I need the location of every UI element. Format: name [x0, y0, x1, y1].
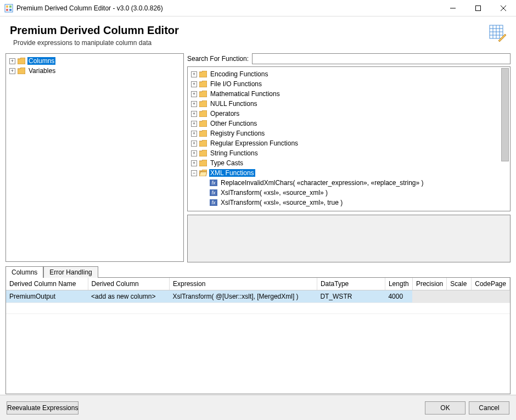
tabs-row: Columns Error Handling: [5, 266, 511, 278]
cancel-button[interactable]: Cancel: [469, 401, 509, 415]
window-title: Premium Derived Column Editor - v3.0 (3.…: [16, 4, 440, 12]
columns-variables-tree[interactable]: Columns Variables: [5, 53, 184, 262]
expand-icon[interactable]: [191, 81, 197, 87]
col-header[interactable]: Precision: [412, 278, 446, 290]
tree-label: Type Casts: [209, 159, 244, 167]
tree-item[interactable]: Type Casts: [190, 158, 508, 168]
header: Premium Derived Column Editor Provide ex…: [0, 16, 516, 51]
expand-icon[interactable]: [191, 150, 197, 156]
cell-scale: [447, 290, 472, 303]
function-item[interactable]: fxReplaceInvalidXmlChars( «character_exp…: [190, 178, 508, 188]
tree-item[interactable]: File I/O Functions: [190, 79, 508, 89]
expand-icon[interactable]: [191, 131, 197, 137]
tree-item[interactable]: Operators: [190, 109, 508, 119]
function-label: XslTransform( «xsl», «source_xml», true …: [220, 199, 344, 206]
function-label: XslTransform( «xsl», «source_xml» ): [220, 189, 329, 197]
cell-derived[interactable]: <add as new column>: [88, 290, 169, 303]
expand-icon[interactable]: [191, 111, 197, 117]
columns-grid[interactable]: Derived Column Name Derived Column Expre…: [5, 278, 511, 394]
tree-label: File I/O Functions: [209, 80, 263, 88]
folder-icon: [199, 150, 207, 156]
tree-item[interactable]: Mathematical Functions: [190, 89, 508, 99]
expand-icon[interactable]: [9, 58, 15, 64]
tree-label: Registry Functions: [209, 130, 266, 137]
svg-rect-2: [9, 5, 12, 8]
tree-item[interactable]: Registry Functions: [190, 128, 508, 138]
folder-icon: [199, 91, 207, 97]
fx-icon: fx: [210, 199, 217, 206]
tree-item[interactable]: Encoding Functions: [190, 69, 508, 79]
tree-label: Columns: [27, 57, 55, 65]
ok-button[interactable]: OK: [425, 401, 465, 415]
folder-icon: [199, 160, 207, 166]
folder-open-icon: [199, 170, 207, 176]
function-item[interactable]: fxXslTransform( «xsl», «source_xml», tru…: [190, 198, 508, 208]
cell-name[interactable]: PremiumOutput: [6, 290, 88, 303]
expand-icon[interactable]: [191, 141, 197, 147]
folder-icon: [199, 110, 207, 117]
search-input[interactable]: [252, 53, 511, 64]
folder-icon: [199, 130, 207, 137]
tree-label: Other Functions: [209, 120, 258, 127]
tree-item[interactable]: Other Functions: [190, 119, 508, 128]
col-header[interactable]: Derived Column Name: [6, 278, 88, 290]
tree-item[interactable]: Regular Expression Functions: [190, 138, 508, 148]
close-button[interactable]: [491, 0, 516, 16]
cell-length[interactable]: 4000: [385, 290, 412, 303]
svg-text:fx: fx: [211, 180, 216, 186]
footer: Reevaluate Expressions OK Cancel: [0, 395, 516, 420]
page-title: Premium Derived Column Editor: [10, 24, 489, 37]
cell-expression[interactable]: XslTransform( @[User::xslt], [MergedXml]…: [170, 290, 317, 303]
search-label: Search For Function:: [187, 55, 249, 63]
collapse-icon[interactable]: [191, 170, 197, 176]
function-tree[interactable]: Encoding FunctionsFile I/O FunctionsMath…: [187, 66, 511, 211]
expand-icon[interactable]: [9, 68, 15, 74]
col-header[interactable]: CodePage: [472, 278, 510, 290]
tab-columns[interactable]: Columns: [5, 266, 43, 278]
function-item[interactable]: fxXslTransform( «xsl», «source_xml» ): [190, 188, 508, 198]
svg-text:fx: fx: [211, 200, 216, 205]
folder-icon: [199, 81, 207, 87]
tree-item[interactable]: String Functions: [190, 148, 508, 158]
folder-icon: [199, 100, 207, 107]
reevaluate-button[interactable]: Reevaluate Expressions: [7, 401, 78, 415]
tree-item-columns[interactable]: Columns: [8, 56, 181, 66]
tab-error-handling[interactable]: Error Handling: [43, 266, 98, 278]
cell-datatype[interactable]: DT_WSTR: [317, 290, 385, 303]
tree-label: String Functions: [209, 149, 259, 157]
tree-item-xml-functions[interactable]: XML Functions: [190, 168, 508, 178]
table-row-empty[interactable]: [6, 303, 510, 314]
table-row[interactable]: PremiumOutput <add as new column> XslTra…: [6, 290, 510, 303]
tree-label: Regular Expression Functions: [209, 139, 299, 147]
expand-icon[interactable]: [191, 71, 197, 77]
tree-label: XML Functions: [209, 169, 255, 177]
app-icon: [4, 4, 13, 13]
expand-icon[interactable]: [191, 101, 197, 107]
tree-item-variables[interactable]: Variables: [8, 66, 181, 76]
tree-label: Operators: [209, 110, 240, 117]
col-header[interactable]: DataType: [317, 278, 385, 290]
tree-label: NULL Functions: [209, 100, 259, 108]
svg-rect-3: [6, 9, 8, 11]
grid-edit-icon: [489, 24, 506, 42]
expand-icon[interactable]: [191, 121, 197, 127]
maximize-button[interactable]: [465, 0, 491, 16]
page-subtitle: Provide expressions to manipulate column…: [13, 39, 489, 47]
tree-item[interactable]: NULL Functions: [190, 99, 508, 109]
scrollbar-thumb[interactable]: [501, 68, 509, 161]
folder-icon: [199, 140, 207, 147]
col-header[interactable]: Expression: [170, 278, 317, 290]
col-header[interactable]: Derived Column: [88, 278, 169, 290]
svg-rect-1: [6, 5, 8, 8]
tree-label: Variables: [27, 67, 57, 75]
cell-precision: [412, 290, 446, 303]
expand-icon[interactable]: [191, 91, 197, 97]
col-header[interactable]: Scale: [447, 278, 472, 290]
col-header[interactable]: Length: [385, 278, 412, 290]
minimize-button[interactable]: [440, 0, 465, 16]
folder-icon: [18, 58, 25, 64]
fx-icon: fx: [210, 180, 217, 186]
tree-label: Encoding Functions: [209, 70, 269, 78]
expand-icon[interactable]: [191, 160, 197, 166]
tree-label: Mathematical Functions: [209, 90, 281, 98]
